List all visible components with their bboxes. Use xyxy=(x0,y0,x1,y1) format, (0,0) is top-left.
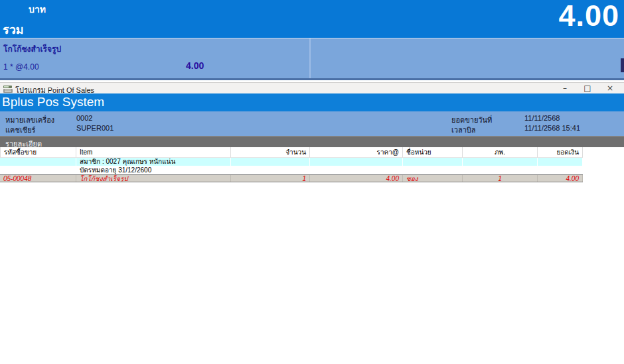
col-header-price: ราคา@ xyxy=(310,147,403,158)
cashier-label: แคชเชียร์ xyxy=(5,124,36,136)
details-section-bar: รายละเอียด xyxy=(0,136,624,147)
customer-display-items: โกโก้ชงสำเร็จรูป 1 * @4.00 4.00 xyxy=(0,38,624,80)
item-display-cell: โกโก้ชงสำเร็จรูป 1 * @4.00 4.00 xyxy=(0,38,311,78)
col-header-amount: ยอดเงิน xyxy=(538,147,583,158)
col-header-qty: จำนวน xyxy=(231,147,310,158)
total-amount: 4.00 xyxy=(558,0,619,33)
machine-number-value: 0002 xyxy=(76,114,92,122)
app-title: Bplus Pos System xyxy=(2,95,104,109)
table-header-row: รหัสซื้อขาย Item จำนวน ราคา@ ชื่อหน่วย ภ… xyxy=(0,147,583,158)
item-qty-cell: 1 xyxy=(231,175,310,182)
info-panel: หมายเลขเครื่อง 0002 แคชเชียร์ SUPER001 ย… xyxy=(0,111,624,136)
pos-app-icon xyxy=(3,84,13,92)
window-controls: – □ × xyxy=(554,83,621,94)
item-name-cell: โกโก้ชงสำเร็จรูป xyxy=(76,175,231,182)
card-expiry-row[interactable]: บัตรหมดอายุ 31/12/2600 xyxy=(0,166,583,174)
item-unit-cell: ซอง xyxy=(403,175,463,182)
cashier-value: SUPER001 xyxy=(76,124,114,132)
maximize-button[interactable]: □ xyxy=(576,83,599,94)
member-info-text: สมาชิก : 0027 คุณเกษร หนักแน่น xyxy=(76,158,231,166)
col-header-item: Item xyxy=(76,147,231,158)
item-display-scrollbar[interactable] xyxy=(620,38,624,78)
member-info-row[interactable]: สมาชิก : 0027 คุณเกษร หนักแน่น xyxy=(0,158,583,166)
window-titlebar[interactable]: โปรแกรม Point Of Sales – □ × xyxy=(0,82,624,93)
item-vat-cell: 1 xyxy=(463,175,538,182)
item-amount: 4.00 xyxy=(186,60,204,71)
item-qty-price: 1 * @4.00 xyxy=(3,62,39,72)
bill-time-label: เวลาบิล xyxy=(451,124,476,136)
item-price-cell: 4.00 xyxy=(310,175,403,182)
bill-time-value: 11/11/2568 15:41 xyxy=(524,124,580,132)
scrollbar-thumb[interactable] xyxy=(621,58,624,72)
col-header-vat: ภพ. xyxy=(463,147,538,158)
close-button[interactable]: × xyxy=(599,83,621,94)
app-header: Bplus Pos System xyxy=(0,93,624,111)
pos-screen: บาท รวม 4.00 โกโก้ชงสำเร็จรูป 1 * @4.00 … xyxy=(0,0,624,364)
item-name: โกโก้ชงสำเร็จรูป xyxy=(3,42,61,55)
col-header-sale-code: รหัสซื้อขาย xyxy=(0,147,76,158)
item-code-cell: 05-00048 xyxy=(0,175,76,182)
customer-display-header: บาท รวม 4.00 xyxy=(0,0,624,38)
total-label: รวม xyxy=(3,20,24,39)
card-expiry-text: บัตรหมดอายุ 31/12/2600 xyxy=(76,166,231,174)
sale-date-value: 11/11/2568 xyxy=(524,114,560,122)
item-amount-cell: 4.00 xyxy=(538,175,583,182)
currency-label: บาท xyxy=(29,2,46,17)
selected-item-row[interactable]: 05-00048 โกโก้ชงสำเร็จรูป 1 4.00 ซอง 1 4… xyxy=(0,174,583,182)
minimize-button[interactable]: – xyxy=(554,83,576,94)
col-header-unit: ชื่อหน่วย xyxy=(403,147,463,158)
detail-table: รหัสซื้อขาย Item จำนวน ราคา@ ชื่อหน่วย ภ… xyxy=(0,147,583,182)
